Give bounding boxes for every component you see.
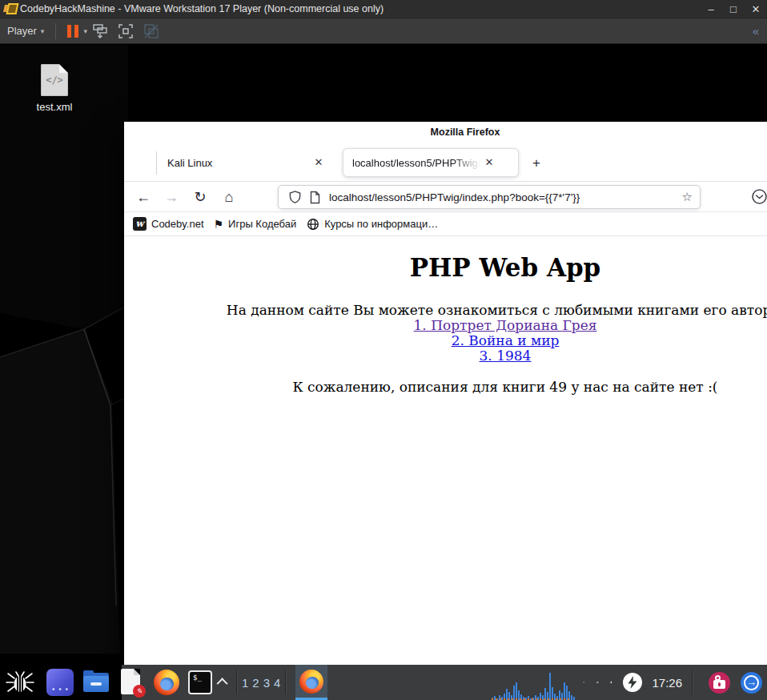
panel-expand-chevron-icon[interactable] (215, 665, 231, 700)
launcher-dots: • • • (52, 688, 69, 691)
panel-separator (236, 670, 237, 694)
player-menu-label: Player (7, 25, 37, 37)
tab-localhost-active[interactable]: localhost/lesson5/PHPTwig/i ✕ (343, 148, 519, 177)
logout-button[interactable]: → (741, 672, 762, 694)
file-manager-button[interactable] (82, 669, 110, 696)
tab-title: Kali Linux (167, 157, 310, 169)
toolbar-divider (55, 23, 56, 39)
bookmark-courses[interactable]: Курсы по информаци… (307, 218, 438, 231)
workspace-4[interactable]: 4 (274, 676, 280, 690)
bookmarks-bar: w Codeby.net ⚑ Игры Кодебай Курсы по инф… (124, 212, 767, 236)
tracking-protection-shield-icon[interactable] (288, 190, 302, 204)
tab-close-icon[interactable]: ✕ (480, 154, 498, 171)
forward-button[interactable]: → (161, 187, 182, 207)
back-button[interactable]: ← (133, 187, 154, 207)
desktop-icon-label: test.xml (30, 101, 78, 113)
bookmark-label: Игры Кодебай (228, 218, 296, 230)
bookmark-games[interactable]: ⚑ Игры Кодебай (214, 218, 297, 231)
bookmark-codeby[interactable]: w Codeby.net (133, 217, 204, 231)
navigation-bar: ← → ↻ ⌂ localhost/lesson5/PHPTwig/index.… (124, 182, 767, 212)
panel-separator (692, 670, 693, 694)
app-launcher-button[interactable]: • • • (46, 669, 74, 696)
pencil-badge-icon: ✎ (133, 685, 146, 698)
codeby-favicon: w (133, 217, 147, 231)
book-link-1[interactable]: 1. Портрет Дориана Грея (124, 318, 767, 333)
kali-taskbar: • • • ✎ $_ 1 2 3 (0, 665, 767, 700)
suspend-caret-icon[interactable]: ▾ (83, 27, 87, 35)
firefox-launcher-button[interactable] (153, 669, 180, 696)
maximize-button[interactable]: □ (725, 3, 741, 15)
bookmark-label: Codeby.net (151, 218, 204, 230)
network-monitor-graph[interactable] (492, 668, 572, 700)
suspend-vm-button[interactable] (67, 25, 78, 38)
page-title: PHP Web App (124, 252, 767, 283)
kali-dragon-icon (3, 669, 37, 696)
save-to-pocket-icon[interactable] (751, 188, 767, 205)
panel-separator (285, 670, 286, 694)
reload-button[interactable]: ↻ (190, 187, 211, 207)
url-input[interactable]: localhost/lesson5/PHPTwig/index.php?book… (329, 191, 682, 203)
kali-menu-button[interactable] (0, 665, 40, 700)
home-button[interactable]: ⌂ (219, 187, 239, 207)
page-info-icon[interactable] (309, 191, 321, 204)
book-link-2[interactable]: 2. Война и мир (124, 333, 767, 348)
tab-strip: Kali Linux ✕ localhost/lesson5/PHPTwig/i… (124, 144, 767, 182)
close-button[interactable]: ✕ (748, 3, 764, 15)
vmware-player-window: CodebyHackMashine - VMware Workstation 1… (0, 0, 767, 700)
url-bar[interactable]: localhost/lesson5/PHPTwig/index.php?book… (278, 185, 701, 209)
page-error-message: К сожалению, описания для книги 49 у нас… (124, 380, 767, 395)
desktop-icon-test-xml[interactable]: </> test.xml (30, 64, 78, 128)
arrow-right-icon: → (741, 676, 762, 688)
workspace-3[interactable]: 3 (263, 676, 270, 690)
firefox-titlebar[interactable]: Mozilla Firefox (124, 122, 767, 144)
vmware-logo-icon (4, 3, 15, 14)
workspace-switcher[interactable]: 1 2 3 4 (242, 676, 280, 690)
firefox-window-title: Mozilla Firefox (431, 127, 500, 138)
power-manager-icon[interactable] (623, 673, 642, 692)
vmware-title: CodebyHackMashine - VMware Workstation 1… (20, 3, 384, 14)
network-port-icon[interactable] (583, 675, 584, 690)
firefox-icon (154, 670, 179, 695)
terminal-icon: $_ (193, 674, 202, 682)
send-ctrl-alt-del-button[interactable] (91, 22, 109, 40)
page-intro-text: На данном сайте Вы можете ознакомиться с… (124, 303, 767, 318)
tab-title: localhost/lesson5/PHPTwig/i (352, 157, 480, 169)
lock-screen-button[interactable] (709, 672, 730, 694)
flag-favicon-icon: ⚑ (214, 218, 224, 231)
caret-down-icon: ▾ (41, 27, 45, 35)
notification-bell-icon[interactable] (610, 672, 612, 693)
tab-close-icon[interactable]: ✕ (310, 154, 327, 171)
bookmark-label: Курсы по информаци… (324, 218, 438, 230)
minimize-button[interactable]: – (703, 3, 719, 15)
globe-favicon-icon (307, 218, 319, 231)
tab-kali-linux[interactable]: Kali Linux ✕ (157, 144, 343, 181)
volume-icon[interactable] (596, 672, 599, 693)
workspace-1[interactable]: 1 (242, 676, 248, 690)
vm-screen: </> test.xml Mozilla Firefox Kali Linux … (0, 45, 767, 700)
new-tab-button[interactable]: + (527, 154, 546, 173)
code-glyph: </> (41, 74, 68, 86)
firefox-window: Mozilla Firefox Kali Linux ✕ localhost/l… (124, 122, 767, 665)
clock[interactable]: 17:26 (652, 676, 682, 690)
book-link-3[interactable]: 3. 1984 (124, 348, 767, 364)
collapse-toolbar-icon[interactable]: « (753, 24, 759, 38)
taskbar-firefox-window-button[interactable] (295, 665, 327, 700)
bookmark-star-icon[interactable]: ☆ (682, 190, 693, 204)
text-editor-button[interactable]: ✎ (119, 668, 143, 697)
terminal-launcher-button[interactable]: $_ (188, 670, 212, 694)
workspace-2[interactable]: 2 (252, 676, 259, 690)
firefox-icon (299, 670, 323, 694)
vmware-toolbar: Player ▾ ▾ « (0, 18, 767, 44)
fullscreen-button[interactable] (117, 22, 135, 40)
player-menu-button[interactable]: Player ▾ (0, 25, 49, 37)
vmware-titlebar: CodebyHackMashine - VMware Workstation 1… (0, 0, 767, 18)
xml-file-icon: </> (41, 64, 68, 96)
unity-mode-button-disabled (143, 22, 160, 40)
web-page-content: PHP Web App На данном сайте Вы можете оз… (124, 236, 767, 665)
